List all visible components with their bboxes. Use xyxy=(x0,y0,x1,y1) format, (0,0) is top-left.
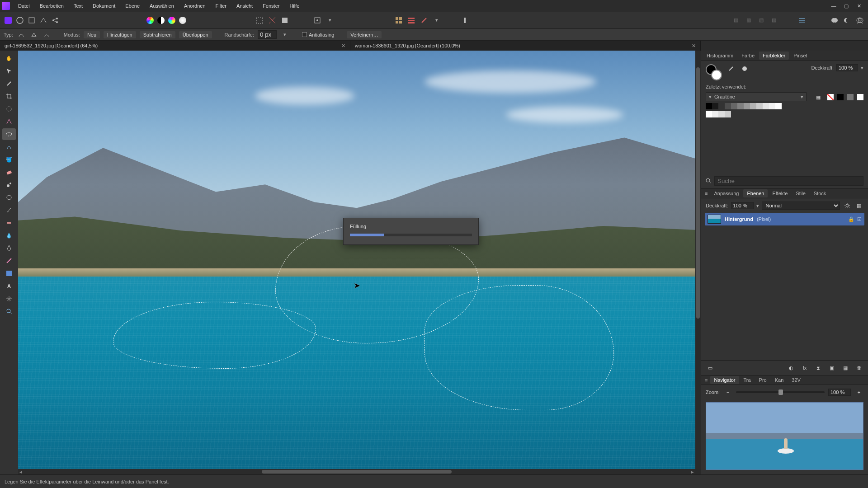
swatch[interactable] xyxy=(857,94,863,100)
document-tab[interactable]: girl-1869532_1920.jpg [Geändert] (64,5%)… xyxy=(0,41,350,51)
canvas[interactable]: ➤ Füllung xyxy=(18,51,695,469)
menu-datei[interactable]: Datei xyxy=(14,1,34,10)
tab-histogram[interactable]: Histogramm xyxy=(703,52,737,60)
info-icon[interactable] xyxy=(460,16,469,25)
opacity-input[interactable] xyxy=(836,64,858,71)
greyscale-icon[interactable] xyxy=(157,17,165,24)
freehand-type-icon[interactable] xyxy=(17,30,26,39)
add-shape-icon[interactable] xyxy=(830,16,839,25)
group-icon[interactable]: ▣ xyxy=(827,363,836,372)
blend-mode-select[interactable]: Normal xyxy=(762,202,840,210)
tab-brushes[interactable]: Pinsel xyxy=(790,52,811,60)
zoom-out-icon[interactable]: − xyxy=(723,388,732,397)
feather-input[interactable] xyxy=(258,30,277,39)
swatch[interactable] xyxy=(750,103,756,109)
scroll-right-icon[interactable]: ▸ xyxy=(690,469,695,474)
visibility-checkbox[interactable]: ☑ xyxy=(857,216,862,222)
zoom-input[interactable] xyxy=(828,389,851,396)
tab-adjustment[interactable]: Anpassung xyxy=(710,189,742,197)
account-icon[interactable] xyxy=(852,12,868,29)
menu-ebene[interactable]: Ebene xyxy=(121,1,144,10)
scroll-left-icon[interactable]: ◂ xyxy=(18,469,24,474)
photo-persona-icon[interactable] xyxy=(4,16,13,25)
swatch[interactable] xyxy=(725,103,731,109)
tab-layers[interactable]: Ebenen xyxy=(743,189,768,197)
swatch-none-icon[interactable] xyxy=(827,94,834,100)
none-colour-icon[interactable] xyxy=(740,64,749,73)
swatch[interactable] xyxy=(725,111,731,117)
document-tab[interactable]: woman-1836601_1920.jpg [Geändert] (100,0… xyxy=(350,41,701,51)
adjustment-layer-icon[interactable]: ◐ xyxy=(787,363,796,372)
chevron-down-icon[interactable]: ▾ xyxy=(756,203,759,209)
shape-tool-icon[interactable] xyxy=(2,267,16,279)
magnetic-type-icon[interactable] xyxy=(42,30,51,39)
tone-map-persona-icon[interactable] xyxy=(39,16,48,25)
quick-mask-icon[interactable] xyxy=(280,16,289,25)
menu-anordnen[interactable]: Anordnen xyxy=(179,1,210,10)
align-icon[interactable] xyxy=(797,16,807,25)
add-pixel-layer-icon[interactable]: ▦ xyxy=(841,363,850,372)
blur-tool-icon[interactable]: 💧 xyxy=(2,230,16,241)
healing-tool-icon[interactable] xyxy=(2,217,16,229)
tab-channels[interactable]: Kan xyxy=(771,376,788,384)
fill-tool-icon[interactable]: 🪣 xyxy=(2,154,16,165)
menu-filter[interactable]: Filter xyxy=(211,1,231,10)
snapping-icon[interactable] xyxy=(313,16,322,25)
mesh-tool-icon[interactable] xyxy=(2,293,16,305)
fg-bg-swatch[interactable] xyxy=(706,64,722,80)
layer-opacity-input[interactable] xyxy=(731,202,754,209)
text-tool-icon[interactable]: A xyxy=(2,280,16,292)
antialias-checkbox[interactable]: Antialiasing xyxy=(302,32,334,38)
marquee-cross-icon[interactable] xyxy=(268,16,277,25)
zoom-slider[interactable] xyxy=(736,391,825,393)
swatch[interactable] xyxy=(775,103,782,109)
zoom-in-icon[interactable]: + xyxy=(854,388,863,397)
liquify-persona-icon[interactable] xyxy=(15,16,24,25)
menu-hilfe[interactable]: Hilfe xyxy=(285,1,304,10)
mode-add-button[interactable]: Hinzufügen xyxy=(104,31,136,38)
chevron-down-icon[interactable]: ▾ xyxy=(432,16,441,25)
navigator-preview[interactable] xyxy=(706,402,863,470)
chevron-down-icon[interactable]: ▾ xyxy=(861,65,863,71)
swatch[interactable] xyxy=(744,103,750,109)
minimize-button[interactable]: — xyxy=(830,2,837,9)
close-icon[interactable]: ✕ xyxy=(692,43,696,49)
gear-icon[interactable] xyxy=(843,201,852,210)
tab-navigator[interactable]: Navigator xyxy=(710,376,739,384)
panel-menu-icon[interactable]: ≡ xyxy=(703,191,709,196)
swatch[interactable] xyxy=(718,111,725,117)
zoom-tool-icon[interactable] xyxy=(2,305,16,317)
menu-bearbeiten[interactable]: Bearbeiten xyxy=(35,1,68,10)
swatch[interactable] xyxy=(769,103,775,109)
tab-transform[interactable]: Tra xyxy=(740,376,755,384)
mode-intersect-button[interactable]: Überlappen xyxy=(179,31,212,38)
marquee-rect-icon[interactable] xyxy=(255,16,264,25)
swatch[interactable] xyxy=(756,103,763,109)
cmyk-icon[interactable] xyxy=(168,17,175,24)
eyedropper-icon[interactable] xyxy=(726,64,736,73)
tab-protocol[interactable]: Pro xyxy=(755,376,770,384)
tab-swatches[interactable]: Farbfelder xyxy=(759,52,789,60)
swatch[interactable] xyxy=(712,111,718,117)
crop-tool-icon[interactable] xyxy=(2,90,16,102)
rgb-icon[interactable] xyxy=(146,17,154,24)
view-tool-icon[interactable]: ✋ xyxy=(2,52,16,64)
tab-32bit[interactable]: 32V xyxy=(788,376,804,384)
develop-persona-icon[interactable] xyxy=(27,16,36,25)
menu-text[interactable]: Text xyxy=(69,1,87,10)
close-button[interactable]: ✕ xyxy=(855,2,863,9)
colour-picker-tool-icon[interactable] xyxy=(2,78,16,89)
maximize-button[interactable]: ▢ xyxy=(843,2,850,9)
chevron-down-icon[interactable]: ▾ xyxy=(280,30,289,39)
mode-new-button[interactable]: Neu xyxy=(84,31,100,38)
flood-select-tool-icon[interactable] xyxy=(2,116,16,127)
move-tool-icon[interactable] xyxy=(2,65,16,77)
close-icon[interactable]: ✕ xyxy=(341,43,345,49)
palette-menu-icon[interactable]: ▦ xyxy=(814,93,823,102)
mask-icon[interactable]: ▭ xyxy=(706,363,715,372)
erase-tool-icon[interactable] xyxy=(2,166,16,178)
tab-stock[interactable]: Stock xyxy=(810,189,830,197)
layer-effects-icon[interactable]: fx xyxy=(800,363,809,372)
palette-dropdown[interactable]: ▾ Grautöne ▾ xyxy=(706,92,807,101)
swatch[interactable] xyxy=(837,94,844,100)
